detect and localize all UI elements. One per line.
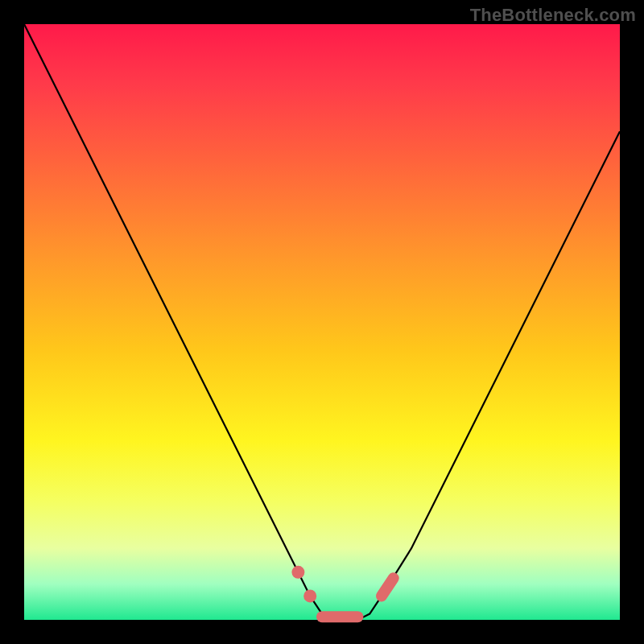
- marker-point: [303, 589, 316, 602]
- chart-svg: [24, 24, 620, 620]
- marker-segment: [382, 578, 394, 596]
- chart-frame: TheBottleneck.com: [0, 0, 644, 644]
- curve-markers: [291, 566, 393, 617]
- bottleneck-curve: [24, 24, 620, 620]
- watermark-text: TheBottleneck.com: [470, 5, 636, 26]
- marker-point: [291, 566, 304, 579]
